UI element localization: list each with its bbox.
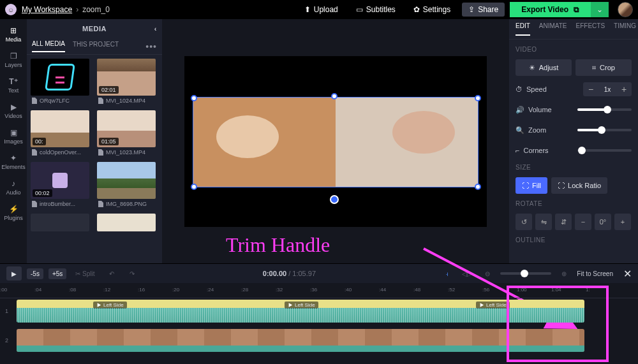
selection-rotate-handle[interactable] [330,195,339,204]
tab-this-project[interactable]: THIS PROJECT [73,41,119,52]
media-item[interactable]: 01:05 MVI_1023.MP4 [97,110,158,156]
ruler-tick: :36 [310,287,317,293]
media-item[interactable]: 00:02 introBumber... [31,162,92,207]
rail-text[interactable]: T⁺ Text [0,74,27,97]
lock-ratio-button[interactable]: ⛶ Lock Ratio [551,177,607,194]
ruler-tick: :44 [379,287,386,293]
volume-slider[interactable] [577,108,632,111]
media-item[interactable]: 00: coldOpenOver... [31,110,92,156]
ruler-tick: :24 [207,287,214,293]
snap-button[interactable]: ⫞ [439,266,454,280]
workspace-link[interactable]: My Workspace [22,5,72,14]
timeline-zoom-slider[interactable] [500,272,551,275]
selected-video-clip[interactable] [193,98,478,187]
media-item[interactable] [97,214,158,231]
flip-h-button[interactable]: ⇋ [535,214,552,230]
media-item[interactable]: 02:01 MVI_1024.MP4 [97,59,158,104]
corners-slider[interactable] [577,149,632,152]
split-button[interactable]: ✂ Split [71,268,98,279]
annotation-text: Trim Handle [226,233,330,257]
skip-fwd-5s-button[interactable]: +5s [48,268,66,279]
upload-label: Upload [314,5,338,14]
selection-handle-top-right[interactable] [475,95,481,101]
zoom-label: Zoom [528,126,546,134]
share-button[interactable]: ⇪ Share [462,3,505,17]
rail-media[interactable]: ⊞ Media [0,23,27,46]
media-thumbnail[interactable]: 00:02 [31,162,89,199]
tab-animate[interactable]: ANIMATE [539,22,567,36]
audio-clip[interactable]: Left Side Left Side Left Side [17,300,584,323]
undo-button[interactable]: ↶ [104,266,119,280]
speed-increase[interactable]: + [616,84,632,94]
media-thumbnail[interactable]: 01:05 [97,110,156,147]
track-1[interactable]: 1 Left Side Left Side Left Side [17,298,638,324]
rail-images[interactable]: ▣ Images [0,125,27,148]
rail-plugins[interactable]: ⚡ Plugins [0,201,27,224]
canvas-background [184,56,487,227]
selection-handle-top-left[interactable] [191,95,197,101]
canvas-area[interactable]: Trim Handle [162,19,509,263]
speed-stepper[interactable]: − 1x + [583,82,632,96]
media-item[interactable] [31,214,92,231]
skip-back-5s-button[interactable]: -5s [27,268,43,279]
rail-label: Elements [1,164,26,170]
rail-elements[interactable]: ✦ Elements [0,150,27,173]
rotate-dec-button[interactable]: − [575,214,591,230]
rotate-inc-button[interactable]: + [614,214,631,230]
external-icon: ⧉ [574,5,579,14]
flip-v-button[interactable]: ⇵ [555,214,572,230]
media-filename: coldOpenOver... [31,149,92,156]
tab-edit[interactable]: EDIT [516,22,530,36]
top-bar: ☺ My Workspace › zoom_0 ⬆ Upload ▭ Subti… [0,0,638,19]
zoom-out-button[interactable]: ⊖ [480,266,495,280]
rail-layers[interactable]: ❒ Layers [0,48,27,71]
media-thumbnail[interactable] [31,59,89,96]
rotate-value[interactable]: 0° [595,214,611,230]
adjust-button[interactable]: ☀ Adjust [516,59,572,76]
media-item[interactable]: ORqw7LFC [31,59,92,104]
selection-handle-top-mid[interactable] [331,93,338,99]
speed-decrease[interactable]: − [583,84,598,94]
media-panel-title: MEDIA [82,25,107,33]
corners-label: Corners [523,147,548,154]
media-item[interactable]: IMG_8698.PNG [97,162,158,207]
rotate-ccw-button[interactable]: ↺ [516,214,532,230]
trim-mode-button[interactable]: ◁▷ [459,266,475,280]
rail-videos[interactable]: ▶ Videos [0,99,27,122]
settings-button[interactable]: ✿ Settings [407,3,457,17]
upload-button[interactable]: ⬆ Upload [298,3,345,17]
rail-audio[interactable]: ♪ Audio [0,176,27,199]
tab-effects[interactable]: EFFECTS [576,22,605,36]
workspace-logo-icon[interactable]: ☺ [5,4,17,15]
tab-all-media[interactable]: ALL MEDIA [32,40,65,52]
collapse-panel-button[interactable]: ‹ [154,25,157,33]
close-timeline-button[interactable]: ✕ [623,268,632,280]
crop-button[interactable]: ⌗ Crop [575,59,632,76]
redo-button[interactable]: ↷ [124,266,140,280]
media-thumbnail[interactable]: 00: [31,110,89,147]
zoom-icon: 🔍 [516,126,524,135]
subtitles-button[interactable]: ▭ Subtitles [350,3,402,17]
media-thumbnail[interactable] [31,214,89,231]
play-button[interactable]: ▶ [6,266,22,280]
timeline-ruler[interactable]: :00:04:08:12:16:20:24:28:32:36:40:44:48:… [0,283,638,298]
user-avatar[interactable] [618,2,633,17]
export-video-button[interactable]: Export Video ⧉ [510,2,591,17]
fill-button[interactable]: ⛶ Fill [516,177,547,194]
tab-timing[interactable]: TIMING [614,22,636,36]
zoom-in-button[interactable]: ⊕ [556,266,572,280]
media-more-button[interactable]: ••• [145,41,157,52]
volume-row: 🔊Volume [516,103,632,117]
export-dropdown-button[interactable]: ⌄ [591,2,609,17]
project-name[interactable]: zoom_0 [82,5,110,14]
selection-handle-bottom-left[interactable] [191,184,197,190]
video-clip-track[interactable] [17,329,584,352]
zoom-slider[interactable] [577,129,632,131]
selection-handle-bottom-right[interactable] [475,184,481,190]
section-size-label: SIZE [516,164,632,171]
fit-to-screen-button[interactable]: Fit to Screen [577,270,613,277]
media-thumbnail[interactable] [97,214,156,231]
media-thumbnail[interactable]: 02:01 [97,59,156,96]
media-thumbnail[interactable] [97,162,156,199]
track-2[interactable]: 2 [17,328,638,353]
